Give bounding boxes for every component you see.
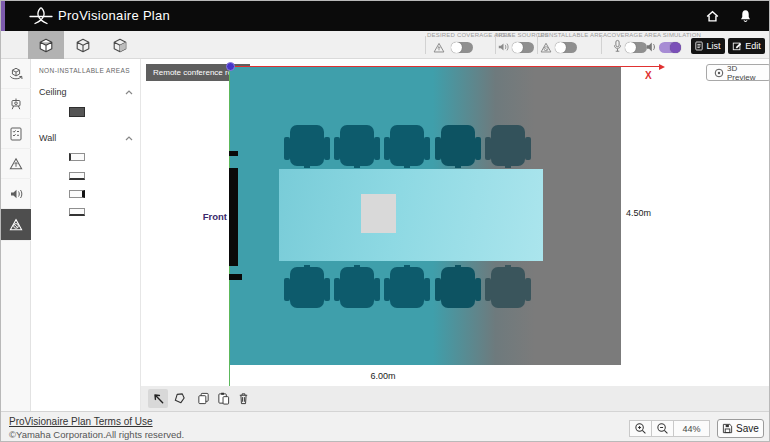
app-header: ProVisionaire Plan [1,1,770,31]
chair[interactable] [334,265,380,309]
chair[interactable] [334,124,380,168]
x-axis-line [233,66,661,67]
wall-speaker[interactable] [229,274,242,280]
section-wall-header[interactable]: Wall [39,131,133,145]
section-wall-label: Wall [39,133,56,143]
select-cursor-icon [152,392,165,405]
list-button-label: List [706,41,720,51]
polygon-tool-button[interactable] [169,389,189,408]
trash-icon [237,392,250,405]
simulation-mic-toggle[interactable] [625,42,647,53]
cube-icon [113,38,127,53]
zoom-in-icon [634,422,647,435]
select-tool-button[interactable] [148,389,168,408]
coverage-triangle-icon [8,156,24,171]
desired-coverage-area-label: DESIRED COVERAGE AREA [427,32,495,38]
x-axis-arrowhead [659,64,665,70]
view-tab-3[interactable] [102,31,138,59]
yamaha-tuning-fork-logo-icon [29,7,53,25]
table-object[interactable] [361,194,396,233]
x-axis-label: X [645,70,652,81]
brand-accent-stripe [1,1,5,31]
chair[interactable] [435,124,481,168]
chair[interactable] [485,265,531,309]
wall-area-thumbnail-4[interactable] [69,208,85,216]
rail-item-checklist[interactable] [1,119,31,149]
noise-speaker-icon [9,187,24,201]
footer-bar: ProVisionaire Plan Terms of Use ©Yamaha … [1,411,770,442]
cube-icon [76,38,90,53]
zoom-in-button[interactable] [629,420,652,437]
panel-title: NON-INSTALLABLE AREAS [39,67,130,74]
floor-plan-canvas[interactable]: Remote conference room X Front 4.50m 6.0… [141,59,770,386]
wall-area-thumbnail-1[interactable] [69,153,85,161]
wall-speaker[interactable] [229,151,238,156]
edit-pencil-icon [732,41,742,51]
microphone-icon [613,39,622,53]
wall-display[interactable] [229,168,238,266]
rail-item-noise-sources[interactable] [1,179,31,209]
noise-speaker-icon [497,41,510,53]
zoom-level-readout: 44% [673,420,710,437]
save-button-label: Save [736,423,759,434]
app-title: ProVisionaire Plan [58,1,170,31]
chair[interactable] [485,124,531,168]
rail-item-uninstallable-areas[interactable] [1,209,31,241]
copy-button[interactable] [193,389,213,408]
cube-orbit-icon [8,66,24,82]
home-icon[interactable] [705,9,720,23]
rail-item-desired-coverage[interactable] [1,149,31,179]
conference-table[interactable] [279,169,543,261]
view-tab-2[interactable] [65,31,101,59]
save-button[interactable]: Save [717,419,764,438]
chair[interactable] [284,265,330,309]
rail-item-devices[interactable] [1,89,31,119]
zoom-out-button[interactable] [651,420,674,437]
noise-sources-label: NOISE SOURCES [496,32,540,38]
bell-icon[interactable] [739,9,754,23]
desired-coverage-toggle[interactable] [451,42,473,53]
canvas-toolstrip [141,386,770,411]
eye-target-icon [714,68,724,78]
uninstallable-triangle-icon [539,41,553,54]
toolbar-divider [537,36,538,54]
paste-icon [217,392,230,405]
checklist-icon [8,126,24,142]
noise-sources-toggle[interactable] [512,42,534,53]
preview-3d-button[interactable]: 3D Preview [706,64,770,81]
section-ceiling-label: Ceiling [39,87,67,97]
delete-button[interactable] [233,389,253,408]
chevron-up-icon [125,90,133,95]
preview-3d-label: 3D Preview [727,64,763,82]
list-button[interactable]: List [691,38,725,54]
speaker-icon [646,41,657,53]
ceiling-area-thumbnail[interactable] [69,107,85,117]
coverage-triangle-icon [432,41,446,54]
chair[interactable] [435,265,481,309]
toolbar-divider [495,36,496,54]
uninstallable-triangle-icon [8,217,24,232]
front-wall-label: Front [193,211,227,222]
provisionaire-plan-window: ProVisionaire Plan DESIRED COVERAGE AREA… [0,0,770,442]
chair[interactable] [284,124,330,168]
wall-area-thumbnail-2[interactable] [69,172,85,180]
view-tab-1[interactable] [28,31,64,59]
paste-button[interactable] [213,389,233,408]
copyright-text: ©Yamaha Corporation.All rights reserved. [9,429,184,440]
origin-handle[interactable] [226,62,235,71]
simulation-speaker-toggle[interactable] [659,42,681,53]
edit-button[interactable]: Edit [728,38,765,54]
mode-rail [1,59,31,411]
wall-area-thumbnail-3[interactable] [69,190,85,198]
uninstallable-area-toggle[interactable] [555,42,577,53]
section-ceiling-header[interactable]: Ceiling [39,85,133,99]
rail-item-3d-view[interactable] [1,59,31,89]
zoom-out-icon [656,422,669,435]
coverage-area-simulation-label: COVERAGE AREA SIMULATION [607,32,685,38]
room-width-dimension: 6.00m [363,371,403,381]
room-depth-dimension: 4.50m [626,208,651,218]
toolbar-divider [425,36,426,54]
terms-of-use-link[interactable]: ProVisionaire Plan Terms of Use [9,416,153,427]
chair[interactable] [384,124,430,168]
chair[interactable] [384,265,430,309]
